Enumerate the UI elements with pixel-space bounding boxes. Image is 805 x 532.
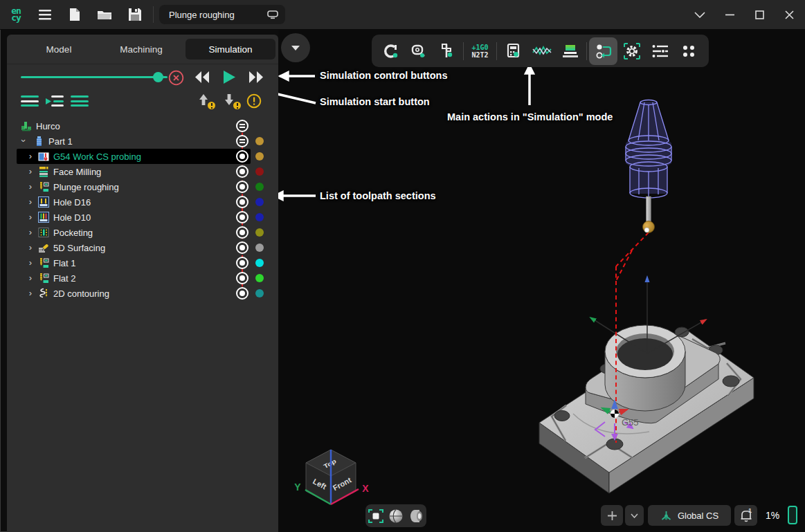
warning-badge [208,102,215,109]
list-view-full-button[interactable] [71,95,89,107]
save-file-button[interactable] [127,0,143,29]
main-menu-button[interactable] [36,0,54,29]
chevron-down-icon[interactable]: › [19,137,29,145]
close-button[interactable] [780,0,798,29]
minimize-button[interactable] [721,0,739,29]
panel-collapse-button[interactable] [281,33,310,62]
cs-dropdown-button[interactable] [625,505,644,526]
minimize-icon [725,14,734,16]
tree-row-operation[interactable]: › Flat 2 [7,270,278,286]
tab-simulation[interactable]: Simulation [186,39,275,59]
play-simulation-button[interactable] [223,70,236,87]
visibility-radio[interactable] [236,257,248,269]
prev-warning-button[interactable] [199,94,212,108]
tree-row-operation[interactable]: › G54 Work CS probing [7,149,278,164]
stock-layers-icon [561,43,579,59]
operation-label: 2D contouring [53,288,109,299]
window-collapse-button[interactable] [691,0,709,29]
toolpath-color-dot[interactable] [255,167,264,176]
new-file-button[interactable] [66,0,83,29]
tab-machining[interactable]: Machining [101,39,181,59]
operation-icon-hole-d16 [38,196,49,208]
tree-row-operation[interactable]: › Hole D16 [7,194,278,210]
visibility-radio[interactable] [236,226,248,239]
coordinate-system-selector[interactable]: Global CS [648,505,731,526]
toolbar-separator [496,42,497,60]
tree-row-operation[interactable]: › Pocketing [7,225,278,240]
toolbar-separator [586,42,587,60]
tab-model[interactable]: Model [21,39,97,59]
document-name-field[interactable]: Plunge roughing [159,5,285,24]
visibility-radio[interactable] [236,272,248,284]
visibility-radio[interactable] [236,211,248,223]
part-color-dot[interactable] [255,137,264,145]
rewind-button[interactable] [194,71,210,86]
probe-magnet-button[interactable] [376,37,404,65]
chevron-right-icon[interactable]: › [26,151,35,161]
warnings-list-button[interactable] [246,93,262,111]
chevron-right-icon[interactable]: › [26,212,35,222]
chevron-right-icon[interactable]: › [26,288,35,298]
toolpath-color-dot[interactable] [255,228,264,237]
simulation-progress-slider[interactable] [21,76,168,78]
tree-row-operation[interactable]: › 5D Surfacing [7,240,278,255]
fast-forward-button[interactable] [248,71,264,86]
chevron-right-icon[interactable]: › [26,181,35,192]
machine-mode-toggle[interactable] [236,120,248,132]
tree-row-part[interactable]: › Part 1 [7,134,278,149]
visibility-radio[interactable] [236,196,248,208]
machine-simulation-button[interactable] [589,37,617,65]
list-view-flat-button[interactable] [21,95,39,107]
visibility-radio[interactable] [236,241,248,254]
notifications-button[interactable]: 1 [734,505,757,526]
toolpath-color-dot[interactable] [255,244,264,252]
visibility-radio[interactable] [236,287,248,300]
logo-line-2: cy [11,15,21,21]
toolpath-color-dot[interactable] [255,198,264,206]
tree-row-operation[interactable]: › Plunge roughing [7,179,278,194]
chevron-right-icon[interactable]: › [26,242,35,253]
stock-layers-button[interactable] [556,37,584,65]
visibility-radio[interactable] [236,181,248,193]
part-mode-toggle[interactable] [236,135,248,147]
graphs-button[interactable] [527,37,556,65]
calculator-button[interactable] [499,37,527,65]
visibility-radio[interactable] [236,165,248,178]
toolpath-color-dot[interactable] [255,183,264,191]
more-actions-button[interactable] [674,37,703,65]
shading-mode-button[interactable] [387,507,405,525]
toolpath-color-dot[interactable] [255,274,264,282]
toolpath-color-dot[interactable] [255,213,264,221]
caliper-button[interactable] [433,37,461,65]
chevron-right-icon[interactable]: › [26,257,35,268]
operation-icon-flat-2 [38,273,49,284]
machine-settings-button[interactable] [617,37,646,65]
measure-tape-button[interactable] [404,37,433,65]
list-view-current-button[interactable] [46,95,64,107]
simulation-slider-knob[interactable] [153,72,163,82]
calculator-icon [505,42,523,60]
tree-row-operation[interactable]: › Hole D10 [7,210,278,225]
gcode-button[interactable]: +1G0 N2T2 [466,37,494,65]
chevron-right-icon[interactable]: › [26,166,35,176]
visibility-radio[interactable] [236,150,248,163]
chevron-right-icon[interactable]: › [26,196,35,207]
next-warning-button[interactable] [224,94,238,108]
open-file-button[interactable] [96,0,113,29]
tree-row-machine[interactable]: Hurco [7,118,278,134]
tree-row-operation[interactable]: › Face Milling [7,164,278,179]
operation-list-button[interactable] [646,37,674,65]
maximize-button[interactable] [750,0,768,29]
arrow-down-icon [224,94,234,106]
add-cs-button[interactable] [601,505,623,526]
chevron-right-icon[interactable]: › [26,227,35,237]
stop-simulation-button[interactable] [168,70,184,89]
tree-row-operation[interactable]: › Flat 1 [7,255,278,270]
stock-visibility-button[interactable] [407,507,425,525]
fit-view-button[interactable] [367,507,385,525]
tree-row-operation[interactable]: › 2D contouring [7,286,278,301]
toolpath-color-dot[interactable] [255,259,264,267]
toolpath-color-dot[interactable] [255,152,264,160]
toolpath-color-dot[interactable] [255,289,264,297]
chevron-right-icon[interactable]: › [26,273,35,283]
